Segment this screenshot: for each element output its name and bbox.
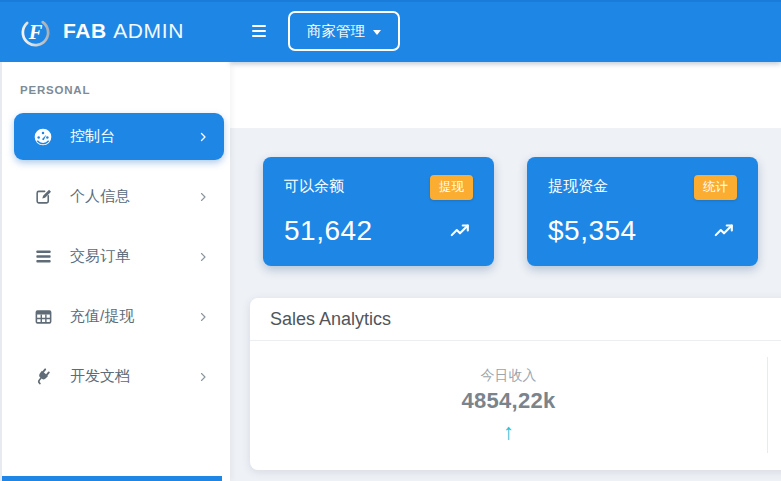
chevron-right-icon [197, 131, 209, 143]
svg-text:F: F [28, 21, 43, 43]
orders-list-icon [33, 247, 53, 267]
sidebar-item-label: 控制台 [70, 127, 197, 146]
sidebar-item-label: 充值/提现 [70, 307, 197, 326]
today-income-label: 今日收入 [481, 367, 537, 385]
stat-card-balance: 可以余额 提现 51,642 [263, 157, 494, 266]
brand-header: F FAB ADMIN [0, 0, 230, 62]
fab-logo-icon: F [18, 14, 53, 49]
stat-card-label: 提现资金 [548, 175, 608, 196]
horizontal-scrollbar-thumb[interactable] [2, 476, 222, 481]
chevron-right-icon [197, 311, 209, 323]
merchant-dropdown-button[interactable]: 商家管理 [288, 11, 400, 51]
merchant-dropdown-label: 商家管理 [307, 22, 365, 41]
stat-card-label: 可以余额 [284, 175, 344, 196]
caret-down-icon [373, 30, 381, 35]
sales-analytics-title: Sales Analytics [250, 298, 781, 341]
today-income-value: 4854,22k [461, 388, 555, 414]
sidebar-item-dev-docs[interactable]: 开发文档 [14, 353, 224, 400]
sidebar-item-profile[interactable]: 个人信息 [14, 173, 224, 220]
dashboard-icon [33, 127, 53, 147]
brand-title-light: ADMIN [113, 19, 184, 42]
brand-title: FAB ADMIN [63, 19, 184, 43]
main-content: 可以余额 提现 51,642 提现资金 统计 $5,354 [230, 62, 781, 481]
sidebar-item-label: 交易订单 [70, 247, 197, 266]
admin-dashboard: F FAB ADMIN 商家管理 PERSONAL [0, 0, 781, 481]
brand-title-bold: FAB [63, 19, 107, 42]
edit-icon [33, 187, 53, 207]
chevron-right-icon [197, 191, 209, 203]
chevron-right-icon [197, 371, 209, 383]
chevron-right-icon [197, 251, 209, 263]
stat-card-value: $5,354 [548, 215, 637, 247]
sidebar-item-label: 开发文档 [70, 367, 197, 386]
topbar: 商家管理 [230, 0, 781, 62]
arrow-up-icon: ↑ [503, 421, 514, 443]
sidebar-item-dashboard[interactable]: 控制台 [14, 113, 224, 160]
sidebar-nav: 控制台 个人信息 [0, 113, 230, 400]
stats-badge-button[interactable]: 统计 [694, 175, 737, 200]
withdraw-badge-button[interactable]: 提现 [430, 175, 473, 200]
sales-analytics-body: 今日收入 4854,22k ↑ [250, 341, 781, 469]
sidebar-item-orders[interactable]: 交易订单 [14, 233, 224, 280]
sidebar-section-label: PERSONAL [20, 84, 230, 96]
trending-up-icon [713, 220, 737, 242]
stat-card-withdraw-funds: 提现资金 统计 $5,354 [527, 157, 758, 266]
sidebar: PERSONAL 控制台 [0, 62, 230, 481]
content-header-band [230, 62, 781, 128]
menu-toggle-icon[interactable] [252, 22, 266, 40]
trending-up-icon [449, 220, 473, 242]
sidebar-edge-divider [0, 62, 2, 481]
table-icon [33, 307, 53, 327]
plug-icon [33, 367, 53, 387]
today-income-column: 今日收入 4854,22k ↑ [250, 357, 768, 453]
sales-analytics-card: Sales Analytics 今日收入 4854,22k ↑ [250, 298, 781, 470]
stat-card-value: 51,642 [284, 215, 373, 247]
sidebar-item-recharge-withdraw[interactable]: 充值/提现 [14, 293, 224, 340]
top-accent-line [0, 0, 781, 2]
sidebar-item-label: 个人信息 [70, 187, 197, 206]
